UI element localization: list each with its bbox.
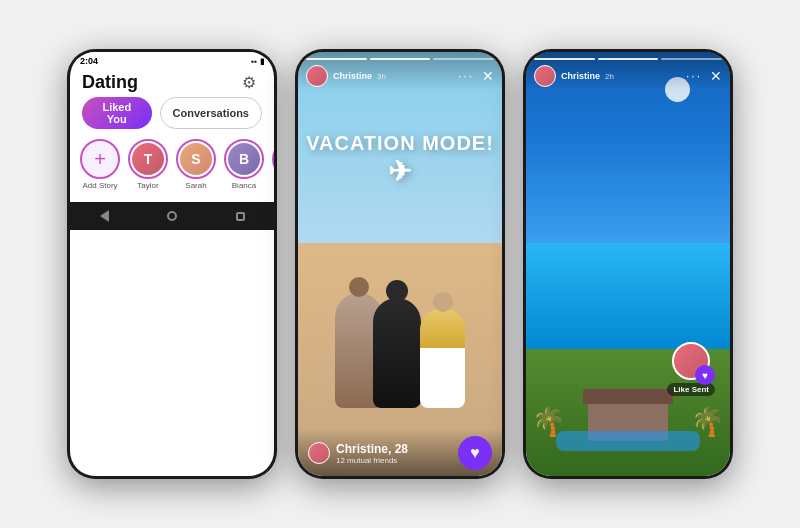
story-label-taylor: Taylor xyxy=(137,181,158,190)
story-time: 3h xyxy=(377,72,386,81)
story-avatar-small xyxy=(306,65,328,87)
story-time-3: 2h xyxy=(605,72,614,81)
like-sent-label: Like Sent xyxy=(667,383,715,396)
person-2-head xyxy=(386,280,408,302)
resort-pool xyxy=(556,431,700,451)
back-icon xyxy=(100,210,109,222)
avatar-sarah: S xyxy=(180,143,212,175)
story-controls: ··· ✕ xyxy=(458,68,494,84)
more-icon[interactable]: ··· xyxy=(458,69,474,83)
story-match-info: Christine, 28 12 mutual friends xyxy=(336,442,408,465)
avatar-taylor: T xyxy=(132,143,164,175)
avatar-bianca: B xyxy=(228,143,260,175)
story-progress-bar-3 xyxy=(534,58,722,60)
gear-icon[interactable]: ⚙ xyxy=(242,73,262,93)
phone-3: 🌴 🌴 xyxy=(523,49,733,479)
app-title: Dating xyxy=(82,72,138,93)
progress-segment-3-1 xyxy=(534,58,595,60)
story-match-mutual: 12 mutual friends xyxy=(336,456,408,465)
like-sent-heart-icon: ♥ xyxy=(695,365,715,385)
conversations-tab[interactable]: Conversations xyxy=(160,97,262,129)
story-header-2: Christine 3h ··· ✕ xyxy=(298,52,502,91)
resort-water xyxy=(526,243,730,349)
phone-2: Christine 3h ··· ✕ VACATION MODE! ✈ xyxy=(295,49,505,479)
recents-button[interactable] xyxy=(229,205,251,227)
nav-bar-1 xyxy=(70,202,274,230)
story-match-avatar xyxy=(308,442,330,464)
story-progress-bar xyxy=(306,58,494,60)
story-ring-sp: S xyxy=(272,139,274,179)
story-user-info-3: Christine 2h xyxy=(534,65,614,87)
tabs-row: Liked You Conversations xyxy=(70,97,274,135)
more-icon-3[interactable]: ··· xyxy=(686,69,702,83)
add-story-item[interactable]: + Add Story xyxy=(80,139,120,190)
story-footer-2: Christine, 28 12 mutual friends ♥ xyxy=(298,428,502,476)
story-controls-3: ··· ✕ xyxy=(686,68,722,84)
story-header-3: Christine 2h ··· ✕ xyxy=(526,52,730,91)
add-story-button[interactable]: + xyxy=(80,139,120,179)
story-match-details: Christine, 28 12 mutual friends xyxy=(308,442,408,465)
status-bar-1: 2:04 ▪▪ ▮ xyxy=(70,52,274,68)
story-match-name: Christine, 28 xyxy=(336,442,408,456)
person-2 xyxy=(373,298,421,408)
resort-roof xyxy=(583,389,673,404)
story-footer-info: Christine, 28 12 mutual friends ♥ xyxy=(308,436,492,470)
story-bianca[interactable]: B Bianca xyxy=(224,139,264,190)
add-story-label: Add Story xyxy=(82,181,117,190)
beach-people-group xyxy=(335,288,465,408)
story-username-3: Christine xyxy=(561,71,600,81)
story-user-details: Christine 3h xyxy=(333,71,386,81)
story-taylor[interactable]: T Taylor xyxy=(128,139,168,190)
person-1-head xyxy=(349,277,369,297)
story-user-details-3: Christine 2h xyxy=(561,71,614,81)
like-sent-overlay: ♥ Like Sent xyxy=(667,342,715,396)
story-user-row: Christine 3h ··· ✕ xyxy=(306,65,494,87)
progress-segment-1 xyxy=(306,58,367,60)
story-label-bianca: Bianca xyxy=(232,181,256,190)
story-user-row-3: Christine 2h ··· ✕ xyxy=(534,65,722,87)
like-button[interactable]: ♥ xyxy=(458,436,492,470)
story-label-sarah: Sarah xyxy=(185,181,206,190)
progress-segment-3-3 xyxy=(661,58,722,60)
story-sp[interactable]: S Sp... xyxy=(272,139,274,190)
story-ring-bianca: B xyxy=(224,139,264,179)
story-sarah[interactable]: S Sarah xyxy=(176,139,216,190)
progress-segment-3 xyxy=(433,58,494,60)
story-user-header: Christine 3h xyxy=(333,71,386,81)
story-ring-taylor: T xyxy=(128,139,168,179)
dating-header: Dating ⚙ xyxy=(70,68,274,97)
person-3-head xyxy=(433,292,453,312)
story-avatar-small-3 xyxy=(534,65,556,87)
story-ring-sarah: S xyxy=(176,139,216,179)
close-icon[interactable]: ✕ xyxy=(482,68,494,84)
person-3 xyxy=(420,308,465,408)
back-button[interactable] xyxy=(93,205,115,227)
time: 2:04 xyxy=(80,56,98,66)
phone-1: 2:04 ▪▪ ▮ Dating ⚙ Liked You Conversatio… xyxy=(67,49,277,479)
close-icon-3[interactable]: ✕ xyxy=(710,68,722,84)
stories-row: + Add Story T Taylor S Sarah xyxy=(70,135,274,196)
progress-segment-2 xyxy=(370,58,431,60)
plane-emoji: ✈ xyxy=(298,155,502,188)
status-icons: ▪▪ ▮ xyxy=(251,57,264,66)
story-text-overlay: VACATION MODE! ✈ xyxy=(298,132,502,188)
story-user-info: Christine 3h xyxy=(306,65,386,87)
story-username: Christine xyxy=(333,71,372,81)
recents-icon xyxy=(236,212,245,221)
home-icon xyxy=(167,211,177,221)
progress-segment-3-2 xyxy=(598,58,659,60)
dating-app-content: Dating ⚙ Liked You Conversations + Add S… xyxy=(70,68,274,202)
like-sent-avatar-wrapper: ♥ xyxy=(672,342,710,380)
vacation-text: VACATION MODE! xyxy=(306,132,494,154)
liked-you-tab[interactable]: Liked You xyxy=(82,97,152,129)
home-button[interactable] xyxy=(161,205,183,227)
